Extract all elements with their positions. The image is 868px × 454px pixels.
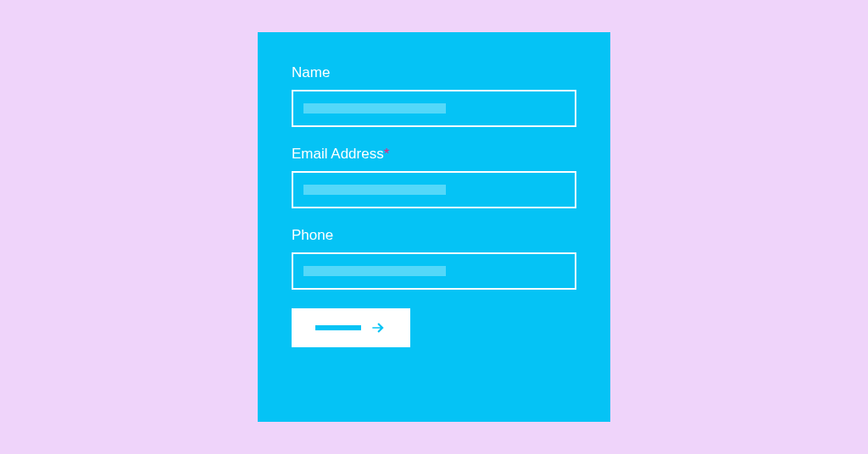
input-email[interactable] [292, 171, 576, 208]
placeholder-skeleton [303, 266, 446, 276]
field-phone: Phone [292, 227, 576, 290]
label-name: Name [292, 64, 576, 81]
required-marker: * [384, 146, 390, 162]
submit-button[interactable] [292, 308, 410, 347]
placeholder-skeleton [303, 185, 446, 195]
input-phone[interactable] [292, 252, 576, 290]
label-name-text: Name [292, 64, 330, 80]
label-phone-text: Phone [292, 227, 333, 243]
input-name[interactable] [292, 90, 576, 127]
field-email: Email Address* [292, 146, 576, 208]
label-email-text: Email Address [292, 146, 384, 162]
submit-label-skeleton [315, 325, 361, 330]
field-name: Name [292, 64, 576, 127]
label-email: Email Address* [292, 146, 576, 163]
form-card: Name Email Address* Phone [258, 32, 610, 422]
placeholder-skeleton [303, 103, 446, 114]
label-phone: Phone [292, 227, 576, 244]
arrow-right-icon [370, 319, 387, 336]
